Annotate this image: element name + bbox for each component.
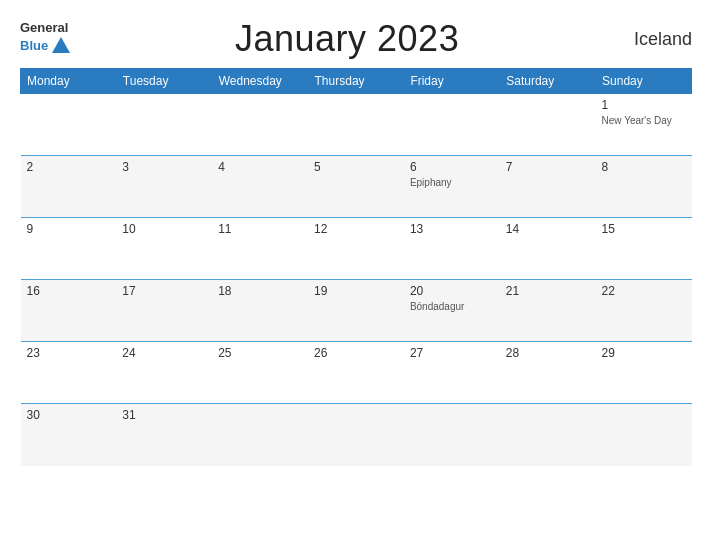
calendar-cell: 1New Year's Day <box>596 94 692 156</box>
day-number: 31 <box>122 408 206 422</box>
calendar-cell: 13 <box>404 218 500 280</box>
calendar-cell: 16 <box>21 280 117 342</box>
calendar-cell <box>500 404 596 466</box>
day-number: 22 <box>602 284 686 298</box>
calendar-week-row: 1617181920Bóndadagur2122 <box>21 280 692 342</box>
calendar-cell: 17 <box>116 280 212 342</box>
calendar-cell <box>404 404 500 466</box>
calendar-cell: 22 <box>596 280 692 342</box>
col-saturday: Saturday <box>500 69 596 94</box>
svg-marker-0 <box>52 37 70 53</box>
calendar-cell: 29 <box>596 342 692 404</box>
col-friday: Friday <box>404 69 500 94</box>
calendar-cell: 26 <box>308 342 404 404</box>
day-number: 19 <box>314 284 398 298</box>
day-number: 14 <box>506 222 590 236</box>
calendar-cell: 18 <box>212 280 308 342</box>
calendar-cell: 12 <box>308 218 404 280</box>
calendar-cell: 25 <box>212 342 308 404</box>
day-number: 3 <box>122 160 206 174</box>
day-number: 16 <box>27 284 111 298</box>
day-number: 2 <box>27 160 111 174</box>
calendar-cell <box>404 94 500 156</box>
calendar-cell <box>212 94 308 156</box>
calendar-cell: 6Epiphany <box>404 156 500 218</box>
calendar-cell: 2 <box>21 156 117 218</box>
col-wednesday: Wednesday <box>212 69 308 94</box>
day-number: 10 <box>122 222 206 236</box>
calendar-cell: 27 <box>404 342 500 404</box>
calendar-cell: 4 <box>212 156 308 218</box>
logo-text-blue: Blue <box>20 39 48 53</box>
calendar-cell <box>596 404 692 466</box>
calendar-page: General Blue January 2023 Iceland Monday… <box>0 0 712 550</box>
day-number: 11 <box>218 222 302 236</box>
calendar-cell <box>308 404 404 466</box>
day-number: 1 <box>602 98 686 112</box>
logo: General Blue <box>20 21 72 57</box>
col-monday: Monday <box>21 69 117 94</box>
calendar-cell: 5 <box>308 156 404 218</box>
day-number: 17 <box>122 284 206 298</box>
day-number: 29 <box>602 346 686 360</box>
day-number: 24 <box>122 346 206 360</box>
calendar-week-row: 1New Year's Day <box>21 94 692 156</box>
day-header-row: Monday Tuesday Wednesday Thursday Friday… <box>21 69 692 94</box>
holiday-label: New Year's Day <box>602 114 686 127</box>
calendar-week-row: 3031 <box>21 404 692 466</box>
country-label: Iceland <box>622 29 692 50</box>
calendar-cell <box>21 94 117 156</box>
day-number: 8 <box>602 160 686 174</box>
day-number: 21 <box>506 284 590 298</box>
calendar-cell: 24 <box>116 342 212 404</box>
calendar-cell: 21 <box>500 280 596 342</box>
col-sunday: Sunday <box>596 69 692 94</box>
calendar-cell <box>116 94 212 156</box>
day-number: 15 <box>602 222 686 236</box>
day-number: 20 <box>410 284 494 298</box>
calendar-cell: 14 <box>500 218 596 280</box>
calendar-cell: 10 <box>116 218 212 280</box>
calendar-cell <box>500 94 596 156</box>
day-number: 23 <box>27 346 111 360</box>
calendar-cell <box>308 94 404 156</box>
calendar-table: Monday Tuesday Wednesday Thursday Friday… <box>20 68 692 466</box>
calendar-cell: 28 <box>500 342 596 404</box>
day-number: 27 <box>410 346 494 360</box>
calendar-header: Monday Tuesday Wednesday Thursday Friday… <box>21 69 692 94</box>
calendar-cell: 8 <box>596 156 692 218</box>
calendar-cell: 20Bóndadagur <box>404 280 500 342</box>
calendar-cell: 11 <box>212 218 308 280</box>
day-number: 7 <box>506 160 590 174</box>
day-number: 12 <box>314 222 398 236</box>
logo-text-general: General <box>20 21 72 35</box>
day-number: 25 <box>218 346 302 360</box>
day-number: 6 <box>410 160 494 174</box>
calendar-week-row: 9101112131415 <box>21 218 692 280</box>
day-number: 5 <box>314 160 398 174</box>
calendar-cell: 9 <box>21 218 117 280</box>
calendar-cell <box>212 404 308 466</box>
day-number: 4 <box>218 160 302 174</box>
col-tuesday: Tuesday <box>116 69 212 94</box>
calendar-cell: 30 <box>21 404 117 466</box>
day-number: 13 <box>410 222 494 236</box>
calendar-week-row: 23456Epiphany78 <box>21 156 692 218</box>
calendar-cell: 7 <box>500 156 596 218</box>
calendar-body: 1New Year's Day23456Epiphany789101112131… <box>21 94 692 466</box>
page-title: January 2023 <box>72 18 622 60</box>
logo-icon <box>50 35 72 57</box>
calendar-cell: 19 <box>308 280 404 342</box>
col-thursday: Thursday <box>308 69 404 94</box>
calendar-cell: 23 <box>21 342 117 404</box>
day-number: 26 <box>314 346 398 360</box>
calendar-cell: 15 <box>596 218 692 280</box>
day-number: 30 <box>27 408 111 422</box>
calendar-week-row: 23242526272829 <box>21 342 692 404</box>
page-header: General Blue January 2023 Iceland <box>20 18 692 60</box>
holiday-label: Bóndadagur <box>410 300 494 313</box>
holiday-label: Epiphany <box>410 176 494 189</box>
day-number: 28 <box>506 346 590 360</box>
day-number: 9 <box>27 222 111 236</box>
calendar-cell: 31 <box>116 404 212 466</box>
